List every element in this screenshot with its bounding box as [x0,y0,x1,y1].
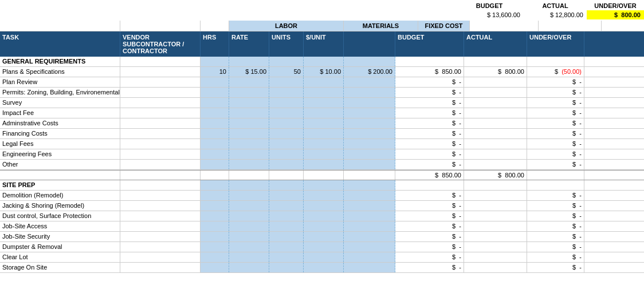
row-fixed [344,201,395,211]
row-under: $ - [527,77,584,87]
row-task: Other [0,160,120,169]
table-row: Dust control, Surface Protection $ - $ - [0,211,644,221]
row-actual [464,77,527,87]
fixed-cost-group: FIXED COST [418,21,470,31]
row-vendor [120,232,201,241]
gr-rate [229,57,269,66]
row-budget: $ - [395,160,464,169]
row-budget: $ - [395,211,464,221]
gr-sunit [304,57,344,66]
row-units [269,242,304,252]
row-units [269,129,304,138]
general-req-label: GENERAL REQUIREMENTS [0,57,120,66]
totals-hrs [201,171,229,180]
row-units [269,263,304,272]
gr-units [269,57,304,66]
row-vendor [120,129,201,138]
row-rate [229,129,269,138]
row-vendor [120,118,201,128]
totals-units [269,171,304,180]
row-task: Jacking & Shoring (Remodel) [0,201,120,211]
actual-group [539,21,602,31]
row-under: $ - [527,221,584,231]
table-row: Financing Costs $ - $ - [0,129,644,139]
totals-sunit [304,171,344,180]
row-budget: $ - [395,242,464,252]
row-hrs [201,139,229,149]
row-actual [464,118,527,128]
row-vendor [120,263,201,272]
row-task: Adminstrative Costs [0,118,120,128]
row-hrs [201,242,229,252]
row-task: Engineering Fees [0,149,120,159]
materials-group: MATERIALS [344,21,418,31]
row-budget: $ - [395,221,464,231]
row-under: $ - [527,191,584,200]
row-task: Plans & Specifications [0,67,120,77]
row-under: $ - [527,263,584,272]
row-units [269,201,304,211]
row-sunit [304,118,344,128]
row-fixed [344,211,395,221]
budget-value: $ 13,600.00 [455,10,524,19]
row-under: $ - [527,139,584,149]
row-sunit [304,191,344,200]
row-sunit: $ 10.00 [304,67,344,77]
row-actual [464,88,527,97]
row-actual: $ 800.00 [464,67,527,77]
task-header: TASK [0,31,120,57]
row-rate: $ 15.00 [229,67,269,77]
gr-fixed [344,57,395,66]
section-site-prep: SITE PREP [0,180,644,191]
row-hrs: 10 [201,67,229,77]
table-row: Jacking & Shoring (Remodel) $ - $ - [0,201,644,211]
top-summary-area: BUDGET ACTUAL UNDER/OVER $ 13,600.00 $ 1… [0,0,644,21]
row-vendor [120,160,201,169]
row-under: $ - [527,129,584,138]
row-rate [229,211,269,221]
row-hrs [201,160,229,169]
row-fixed [344,242,395,252]
row-rate [229,263,269,272]
row-sunit [304,149,344,159]
row-hrs [201,77,229,87]
sp-rate [229,180,269,190]
row-actual [464,232,527,241]
row-budget: $ - [395,263,464,272]
row-actual [464,149,527,159]
row-fixed [344,263,395,272]
row-fixed [344,98,395,108]
row-units [269,98,304,108]
table-row: Demolition (Remodel) $ - $ - [0,191,644,201]
budget-col-header: BUDGET [395,31,464,57]
row-task: Dumpster & Removal [0,242,120,252]
row-task: Job-Site Access [0,221,120,231]
row-task: Clear Lot [0,252,120,262]
totals-rate [229,171,269,180]
sp-vendor [120,180,201,190]
row-hrs [201,129,229,138]
row-budget: $ - [395,98,464,108]
row-units: 50 [269,67,304,77]
row-units [269,139,304,149]
row-budget: $ - [395,201,464,211]
row-hrs [201,201,229,211]
rate-header: RATE [229,31,269,57]
row-rate [229,242,269,252]
row-under: $ - [527,98,584,108]
row-rate [229,149,269,159]
table-row: Impact Fee $ - $ - [0,108,644,118]
row-sunit [304,160,344,169]
row-sunit [304,77,344,87]
row-fixed: $ 200.00 [344,67,395,77]
row-budget: $ - [395,129,464,138]
row-vendor [120,252,201,262]
table-row: Engineering Fees $ - $ - [0,149,644,160]
column-headers-row: TASK VENDOR SUBCONTRACTOR / CONTRACTOR H… [0,31,644,57]
row-rate [229,108,269,118]
table-row: Survey $ - $ - [0,98,644,108]
row-hrs [201,232,229,241]
row-sunit [304,242,344,252]
sp-hrs [201,180,229,190]
row-hrs [201,211,229,221]
